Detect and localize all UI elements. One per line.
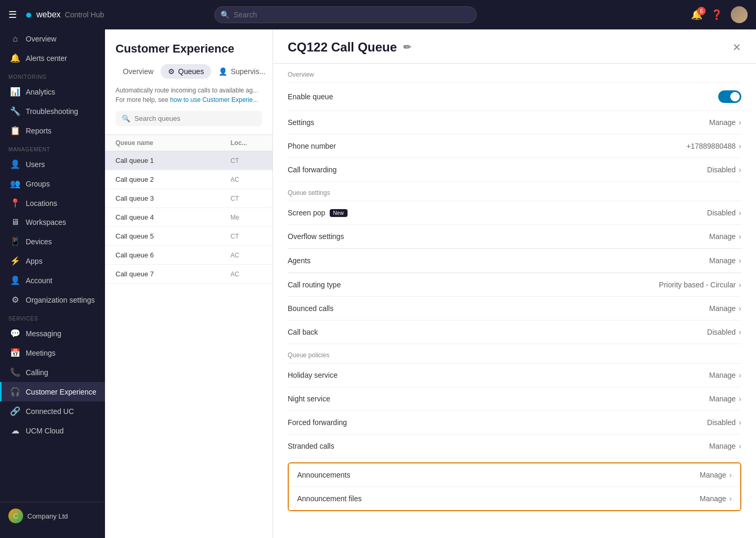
customer-experience-icon: 🎧	[10, 387, 20, 397]
section-services: SERVICES	[0, 309, 105, 324]
avatar[interactable]	[731, 6, 748, 23]
edit-icon[interactable]: ✏	[403, 42, 411, 53]
detail-row-enable-queue[interactable]: Enable queue	[288, 83, 741, 111]
main-container: ⌂ Overview 🔔 Alerts center MONITORING 📊 …	[0, 29, 756, 538]
notifications-icon[interactable]: 🔔 6	[691, 9, 702, 20]
sidebar-label-analytics: Analytics	[26, 88, 55, 96]
sidebar-item-troubleshooting[interactable]: 🔧 Troubleshooting	[0, 101, 105, 121]
detail-row-call-forwarding[interactable]: Call forwarding Disabled ›	[288, 158, 741, 182]
detail-row-announcements[interactable]: Announcements Manage ›	[289, 463, 740, 487]
sidebar-item-calling[interactable]: 📞 Calling	[0, 363, 105, 382]
call-routing-label: Call routing type	[288, 281, 341, 289]
overview-icon: ⌂	[10, 34, 20, 44]
night-service-value: Manage ›	[709, 395, 741, 403]
bounced-calls-value: Manage ›	[709, 304, 741, 313]
table-row[interactable]: Call queue 3 CT	[105, 189, 272, 208]
table-row[interactable]: Call queue 2 AC	[105, 170, 272, 189]
table-row[interactable]: Call queue 7 AC	[105, 265, 272, 284]
navbar-actions: 🔔 6 ❓	[691, 6, 748, 23]
col-header-location: Loc...	[230, 139, 262, 147]
forced-forwarding-label: Forced forwarding	[288, 418, 347, 427]
sidebar-label-workspaces: Workspaces	[26, 218, 66, 226]
queue-panel-title: Customer Experience	[116, 42, 262, 56]
detail-row-screen-pop[interactable]: Screen pop New Disabled ›	[288, 201, 741, 225]
search-icon: 🔍	[220, 11, 229, 19]
queue-table: Queue name Loc... Call queue 1 CT Call q…	[105, 135, 272, 538]
enable-queue-toggle[interactable]	[718, 90, 741, 103]
sidebar-item-reports[interactable]: 📋 Reports	[0, 121, 105, 140]
sidebar-item-overview[interactable]: ⌂ Overview	[0, 29, 105, 48]
close-icon[interactable]: ✕	[732, 41, 741, 54]
help-icon[interactable]: ❓	[711, 9, 722, 20]
sidebar-item-customer-experience[interactable]: 🎧 Customer Experience	[0, 382, 105, 401]
stranded-calls-label: Stranded calls	[288, 442, 334, 450]
detail-row-agents[interactable]: Agents Manage ›	[288, 249, 741, 273]
col-header-name: Queue name	[116, 139, 230, 147]
call-back-label: Call back	[288, 328, 318, 336]
detail-row-holiday-service[interactable]: Holiday service Manage ›	[288, 364, 741, 387]
sidebar-item-workspaces[interactable]: 🖥 Workspaces	[0, 213, 105, 232]
detail-row-night-service[interactable]: Night service Manage ›	[288, 387, 741, 411]
sidebar-item-meetings[interactable]: 📅 Meetings	[0, 343, 105, 363]
detail-row-settings[interactable]: Settings Manage ›	[288, 111, 741, 134]
detail-row-forced-forwarding[interactable]: Forced forwarding Disabled ›	[288, 411, 741, 434]
avatar-image	[731, 6, 748, 23]
detail-row-overflow-settings[interactable]: Overflow settings Manage ›	[288, 225, 741, 249]
sidebar-label-customer-experience: Customer Experience	[26, 388, 97, 396]
sidebar-item-apps[interactable]: ⚡ Apps	[0, 251, 105, 271]
sidebar-item-account[interactable]: 👤 Account	[0, 271, 105, 290]
tab-queues[interactable]: ⚙ Queues	[161, 64, 211, 79]
sidebar-item-locations[interactable]: 📍 Locations	[0, 193, 105, 213]
queues-tab-icon: ⚙	[168, 67, 175, 76]
detail-row-announcement-files[interactable]: Announcement files Manage ›	[289, 487, 740, 510]
menu-icon[interactable]: ☰	[8, 9, 17, 20]
sidebar-item-messaging[interactable]: 💬 Messaging	[0, 324, 105, 343]
sidebar-item-connected-uc[interactable]: 🔗 Connected UC	[0, 401, 105, 421]
sidebar-item-devices[interactable]: 📱 Devices	[0, 232, 105, 251]
settings-value: Manage ›	[709, 118, 741, 127]
announcement-files-value: Manage ›	[700, 494, 732, 503]
supervisor-tab-icon: 👤	[218, 67, 227, 76]
bounced-chevron: ›	[739, 304, 741, 313]
brand-text: webex	[36, 10, 60, 19]
queue-search-input[interactable]	[134, 115, 256, 122]
call-routing-value: Priority based - Circular ›	[659, 281, 741, 289]
queue-name: Call queue 5	[116, 232, 230, 240]
tab-supervisor[interactable]: 👤 Supervis...	[211, 64, 272, 79]
search-input[interactable]	[214, 6, 477, 23]
meetings-icon: 📅	[10, 348, 20, 358]
call-back-value: Disabled ›	[707, 328, 741, 336]
detail-row-call-back[interactable]: Call back Disabled ›	[288, 320, 741, 344]
table-row[interactable]: Call queue 4 Me	[105, 208, 272, 227]
sidebar-label-org-settings: Organization settings	[26, 296, 95, 304]
detail-row-stranded-calls[interactable]: Stranded calls Manage ›	[288, 434, 741, 458]
company-logo: C	[8, 509, 23, 523]
sidebar-item-users[interactable]: 👤 Users	[0, 154, 105, 174]
queue-location: CT	[230, 195, 262, 202]
table-row[interactable]: Call queue 6 AC	[105, 246, 272, 265]
queue-name: Call queue 1	[116, 157, 230, 164]
table-row[interactable]: Call queue 5 CT	[105, 227, 272, 246]
detail-row-call-routing[interactable]: Call routing type Priority based - Circu…	[288, 273, 741, 297]
company-name: Company Ltd	[27, 512, 68, 520]
sidebar-item-analytics[interactable]: 📊 Analytics	[0, 82, 105, 101]
announcements-section-highlighted: Announcements Manage › Announcement file…	[288, 462, 741, 511]
night-service-label: Night service	[288, 395, 330, 403]
tab-overview[interactable]: Overview	[116, 64, 161, 79]
queue-location: AC	[230, 271, 262, 278]
sidebar-label-troubleshooting: Troubleshooting	[26, 107, 78, 116]
search-container: 🔍	[214, 6, 477, 23]
sidebar-item-org-settings[interactable]: ⚙ Organization settings	[0, 290, 105, 309]
detail-row-bounced-calls[interactable]: Bounced calls Manage ›	[288, 297, 741, 320]
sidebar-label-overview: Overview	[26, 35, 56, 43]
queue-help-link[interactable]: how to use Customer Experie...	[170, 96, 258, 104]
workspaces-icon: 🖥	[10, 218, 20, 227]
sidebar-item-ucm-cloud[interactable]: ☁ UCM Cloud	[0, 421, 105, 440]
brand: ● webex Control Hub	[25, 8, 104, 22]
sidebar-item-groups[interactable]: 👥 Groups	[0, 174, 105, 193]
groups-icon: 👥	[10, 179, 20, 189]
detail-row-phone-number[interactable]: Phone number +17889880488 ›	[288, 134, 741, 158]
table-row[interactable]: Call queue 1 CT	[105, 151, 272, 170]
sidebar-item-alerts[interactable]: 🔔 Alerts center	[0, 48, 105, 68]
sidebar-label-messaging: Messaging	[26, 329, 61, 338]
